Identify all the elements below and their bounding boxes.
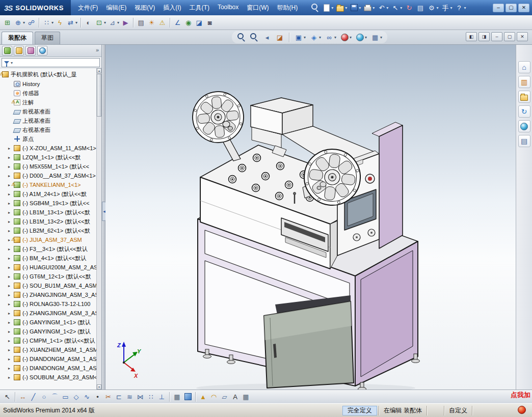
show-hidden-components-icon[interactable]: ◐ xyxy=(83,18,94,27)
file-properties-icon[interactable]: ▤ xyxy=(415,3,425,13)
tree-item[interactable]: (-) X-ZOU_ASM_11_ASM<1> xyxy=(0,144,96,153)
move-component-icon[interactable]: ⇄ xyxy=(65,18,78,27)
exploded-view-icon[interactable]: ☀ xyxy=(146,18,157,27)
solidworks-resources-icon[interactable]: ↻ xyxy=(518,105,530,118)
close-button[interactable]: ✕ xyxy=(518,4,529,12)
options-icon[interactable]: ⚙ xyxy=(426,3,439,13)
display-style-icon[interactable]: ◈ xyxy=(308,32,322,42)
doc-minimize-icon[interactable]: – xyxy=(491,32,502,41)
circle-icon[interactable]: ○ xyxy=(39,392,49,402)
status-custom-toolbar[interactable]: 自定义 xyxy=(444,406,472,415)
tree-item[interactable]: (-) GANYINGM_1<1> (默认 xyxy=(0,318,96,327)
linear-component-pattern-icon[interactable]: ∷ xyxy=(41,18,55,27)
cad-model-3d-view[interactable]: Z Y X xyxy=(105,45,516,390)
view-settings-icon[interactable]: ▦ xyxy=(369,32,383,42)
tree-item[interactable]: (-) GT6M_12<1> (默认<<默 xyxy=(0,272,96,281)
panel-chevron-icon[interactable]: » xyxy=(96,47,99,53)
tree-item[interactable]: (-) D000__ASM_37_ASM<1> xyxy=(0,171,96,180)
expand-arrow-icon[interactable] xyxy=(8,164,14,169)
insert-components-icon[interactable]: ⊕ xyxy=(13,18,26,27)
dropdown-caret-icon[interactable] xyxy=(319,35,321,40)
dropdown-caret-icon[interactable] xyxy=(400,6,402,10)
tree-item[interactable]: (-) DIANDONGM_ASM_1_ASM xyxy=(0,354,96,364)
measure-icon[interactable]: ∠ xyxy=(172,18,183,27)
open-icon[interactable] xyxy=(335,3,348,13)
screenshot-icon[interactable]: ◙ xyxy=(204,18,215,27)
propertymanager-tab-icon[interactable] xyxy=(14,46,24,55)
tree-item[interactable]: LZQM_1<1> (默认<<默 xyxy=(0,153,96,162)
assembly-features-icon[interactable]: ⊡ xyxy=(94,18,107,27)
reel-left[interactable] xyxy=(190,89,246,145)
scroll-down-icon[interactable] xyxy=(97,384,101,390)
reference-geometry-icon[interactable]: ⊿ xyxy=(107,18,120,27)
dropdown-caret-icon[interactable] xyxy=(373,6,375,10)
tree-item[interactable]: (-) GANYINGM_1<2> (默认 xyxy=(0,327,96,336)
save-icon[interactable] xyxy=(349,3,362,13)
file-explorer-icon[interactable] xyxy=(518,91,530,103)
sketch-text-icon[interactable]: A xyxy=(230,392,241,402)
expand-arrow-icon[interactable] xyxy=(8,155,14,160)
point-icon[interactable]: • xyxy=(92,392,103,402)
dropdown-caret-icon[interactable] xyxy=(380,35,382,40)
arc-icon[interactable]: ⌒ xyxy=(49,392,60,402)
undo-icon[interactable]: ↶ xyxy=(376,3,389,13)
tree-item-root[interactable]: 手机摆胶机 (默认<默认_显 xyxy=(0,70,96,79)
expand-arrow-icon[interactable] xyxy=(8,339,14,343)
select-icon[interactable]: ↖ xyxy=(2,392,13,402)
extruded-boss-icon[interactable]: ▲ xyxy=(198,392,208,402)
dropdown-caret-icon[interactable] xyxy=(464,6,466,10)
rectangle-icon[interactable]: ▭ xyxy=(60,392,71,402)
design-library-icon[interactable]: ▥ xyxy=(518,76,530,88)
tree-item[interactable]: (-) LB1M_13<2> (默认<<默 xyxy=(0,217,96,226)
expand-arrow-icon[interactable] xyxy=(8,247,14,252)
expand-arrow-icon[interactable] xyxy=(8,210,14,215)
maximize-button[interactable]: ▢ xyxy=(506,4,517,12)
tree-item[interactable]: (-) XUANZHEM_ASM_1_ASM< xyxy=(0,345,96,354)
dropdown-caret-icon[interactable] xyxy=(75,20,77,25)
menu-item[interactable]: Toolbox xyxy=(214,2,243,14)
tree-item[interactable]: 上视基准面 xyxy=(0,116,96,125)
dropdown-caret-icon[interactable] xyxy=(23,20,25,25)
smart-fasteners-icon[interactable]: ϟ xyxy=(55,18,65,27)
section-view-icon[interactable]: ◪ xyxy=(274,32,285,42)
tree-item[interactable]: (-) A1M_24<1> (默认<<默 xyxy=(0,189,96,199)
new-motion-study-icon[interactable]: ▶ xyxy=(120,18,131,27)
macro-hand-button[interactable]: 手 xyxy=(440,3,453,13)
pane-left-icon[interactable]: ◧ xyxy=(466,32,477,41)
dropdown-caret-icon[interactable] xyxy=(331,6,333,10)
expand-arrow-icon[interactable] xyxy=(8,265,14,270)
scrollbar-thumb[interactable] xyxy=(97,74,101,117)
zoom-area-icon[interactable] xyxy=(249,32,260,42)
tree-filter-input[interactable]: ▾ xyxy=(2,58,100,67)
expand-arrow-icon[interactable] xyxy=(8,192,14,197)
convert-entities-icon[interactable]: ⊏ xyxy=(114,392,124,402)
tree-item[interactable]: 前视基准面 xyxy=(0,107,96,116)
menu-item[interactable]: 文件(F) xyxy=(74,2,102,14)
graphics-area[interactable]: Z Y X xyxy=(105,45,516,390)
dropdown-caret-icon[interactable] xyxy=(359,6,361,10)
help-icon[interactable]: ? xyxy=(454,3,467,13)
expand-arrow-icon[interactable] xyxy=(8,320,14,325)
orientation-triad[interactable]: Z Y X xyxy=(117,342,142,379)
tree-item[interactable]: 传感器 xyxy=(0,89,96,98)
expand-arrow-icon[interactable] xyxy=(8,357,14,362)
tree-item[interactable]: History xyxy=(0,79,96,89)
instant3d-icon[interactable] xyxy=(182,392,193,402)
tree-item[interactable]: (-) CMPM_1<1> (默认<<默认 xyxy=(0,336,96,345)
mirror-entities-icon[interactable]: ⋈ xyxy=(135,392,146,402)
line-icon[interactable]: ╱ xyxy=(28,392,39,402)
configurationmanager-tab-icon[interactable] xyxy=(25,46,36,55)
linear-sketch-pattern-icon[interactable]: ∷ xyxy=(146,392,156,402)
tab-sketch[interactable]: 草图 xyxy=(35,32,60,44)
select-icon[interactable]: ↖ xyxy=(390,3,403,13)
tree-item[interactable]: (-) SOUBUM_ASM_23_ASM<1 xyxy=(0,373,96,382)
tree-item[interactable]: (-) JIJIA_ASM_37_ASM xyxy=(0,235,96,244)
menu-item[interactable]: 工具(T) xyxy=(185,2,214,14)
dropdown-caret-icon[interactable] xyxy=(334,35,336,40)
trim-entities-icon[interactable]: ✂ xyxy=(103,392,114,402)
doc-restore-icon[interactable]: ▢ xyxy=(504,32,515,41)
tree-item[interactable]: (-) F3__3<1> (默认<<默认 xyxy=(0,244,96,254)
dropdown-caret-icon[interactable] xyxy=(386,6,388,10)
menu-item[interactable]: 视图(V) xyxy=(130,2,159,14)
dropdown-caret-icon[interactable] xyxy=(304,35,306,40)
